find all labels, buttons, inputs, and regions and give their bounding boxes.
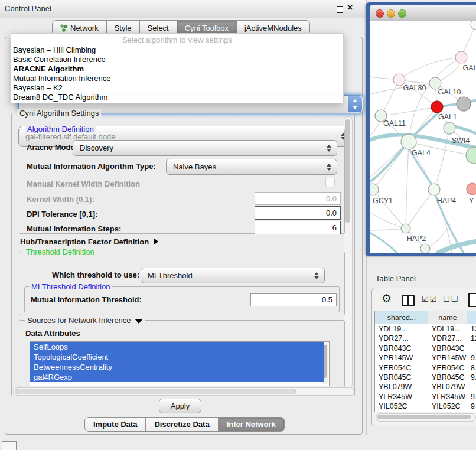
tab-impute-data[interactable]: Impute Data [84, 417, 146, 432]
tab-infer-network[interactable]: Infer Network [218, 417, 285, 432]
dpi-tolerance-field[interactable]: 0.0 [255, 206, 341, 220]
gear-icon[interactable]: ⚙ [382, 292, 392, 305]
table-cell[interactable]: 9. [467, 392, 476, 402]
table-cell[interactable]: YLR345W [375, 392, 428, 402]
algorithm-option-dream8-dc-tdc-algorithm[interactable]: Dream8 DC_TDC Algorithm [13, 93, 107, 102]
dpi-tolerance-label: DPI Tolerance [0,1]: [27, 210, 97, 219]
table-cell[interactable]: 8. [467, 363, 476, 373]
column-header-3[interactable] [467, 311, 476, 324]
settings-horizontal-scrollbar[interactable] [13, 387, 354, 396]
table-cell[interactable]: YBR045C [375, 373, 428, 383]
table-cell[interactable]: YDR27... [428, 334, 467, 344]
float-window-icon[interactable] [337, 6, 343, 13]
mi-type-value: Naive Bayes [173, 159, 216, 174]
network-canvas[interactable]: GALGAL80GAL10GAL1GAL11SWI4GAL4GCY1HAP4YH… [370, 21, 476, 253]
aracne-mode-combobox[interactable]: Discovery [73, 140, 337, 156]
algorithm-option-aracne-algorithm[interactable]: ARACNE Algorithm [13, 64, 84, 73]
table-cell[interactable]: 9. [467, 353, 476, 363]
window-close-icon[interactable] [376, 9, 384, 18]
table-cell[interactable]: 9 [467, 402, 476, 412]
table-cell[interactable]: 13 [467, 324, 476, 334]
table-cell[interactable] [467, 344, 476, 354]
attribute-item-selfloops[interactable]: SelfLoops [30, 342, 324, 352]
manual-kernel-checkbox[interactable] [325, 178, 335, 187]
algorithm-option-bayesian-hill-climbing[interactable]: Bayesian – Hill Climbing [13, 45, 96, 54]
settings-vertical-scrollbar[interactable] [344, 116, 353, 388]
settings-horizontal-scrollbar-thumb[interactable] [15, 389, 296, 394]
network-node[interactable] [420, 244, 430, 253]
table-cell[interactable] [467, 382, 476, 392]
mi-steps-field[interactable]: 6 [255, 221, 341, 234]
table-cell[interactable]: YBR045C [428, 373, 467, 383]
sources-title[interactable]: Sources for Network Inference [25, 316, 145, 325]
table-cell[interactable]: 9. [467, 373, 476, 383]
table-cell[interactable]: YDL19... [428, 324, 467, 334]
combobox-arrows-icon [327, 164, 331, 171]
network-node-y[interactable] [467, 183, 476, 195]
table-cell[interactable]: YDL19... [375, 324, 428, 334]
data-attributes-list[interactable]: SelfLoopsTopologicalCoefficientBetweenne… [30, 341, 330, 386]
table-cell[interactable]: 12 [467, 334, 476, 344]
algorithm-option-basic-correlation-inference[interactable]: Basic Correlation Inference [13, 55, 106, 64]
algorithm-option-bayesian-k2[interactable]: Bayesian – K2 [13, 83, 63, 92]
expand-arrow-icon[interactable] [154, 238, 158, 245]
network-node-swi4[interactable] [444, 122, 455, 134]
apply-button[interactable]: Apply [159, 399, 201, 413]
table-cell[interactable]: YER054C [428, 363, 467, 373]
table-cell[interactable]: YIL052C [428, 402, 467, 412]
network-window-titlebar[interactable] [370, 5, 476, 22]
mi-type-combobox[interactable]: Naive Bayes [166, 159, 337, 175]
deselect-all-checkboxes-icon[interactable]: ☐☐ [443, 295, 459, 304]
new-table-icon[interactable] [468, 293, 476, 307]
network-node-gal[interactable] [455, 51, 467, 63]
table-horizontal-scrollbar-thumb[interactable] [377, 415, 471, 419]
table-cell[interactable]: YDR27... [375, 334, 428, 344]
attribute-item-betweennesscentrality[interactable]: BetweennessCentrality [30, 362, 324, 372]
collapsed-panel-icon[interactable] [2, 441, 17, 450]
table-cell[interactable]: YLR345W [428, 392, 467, 402]
table-horizontal-scrollbar[interactable] [376, 413, 476, 422]
table-cell[interactable]: YER054C [375, 363, 428, 373]
control-panel-titlebar[interactable]: Control Panel × [0, 0, 366, 18]
columns-icon[interactable] [402, 295, 415, 306]
network-node[interactable] [471, 21, 476, 30]
tab-label: Style [115, 24, 132, 32]
settings-scrollbar-thumb[interactable] [345, 119, 350, 223]
network-node-gal4[interactable] [401, 134, 416, 149]
algorithm-popup-list: Select algorithm to view settings Bayesi… [11, 33, 344, 103]
attribute-item-gal4rgexp[interactable]: gal4RGexp [30, 372, 324, 382]
column-header-name[interactable]: name [428, 311, 468, 324]
attribute-item-topologicalcoefficient[interactable]: TopologicalCoefficient [30, 352, 324, 362]
table-cell[interactable]: YBL079W [375, 382, 428, 392]
tab-discretize-data[interactable]: Discretize Data [145, 417, 218, 432]
aracne-mode-value: Discovery [80, 141, 113, 155]
network-node-hap4[interactable] [428, 184, 440, 195]
hub-definition-label[interactable]: Hub/Transcription Factor Definition [20, 237, 158, 246]
table-cell[interactable]: YBR043C [428, 344, 467, 354]
table-cell[interactable]: YPR145W [428, 353, 467, 363]
collapse-arrow-icon[interactable] [135, 319, 143, 324]
table-cell[interactable]: YIL052C [375, 402, 428, 412]
close-icon[interactable]: × [347, 2, 353, 13]
table-cell[interactable]: YBR043C [375, 344, 428, 354]
network-node-gal1[interactable] [431, 101, 443, 113]
network-node-label: GAL10 [438, 88, 461, 96]
table-cell[interactable]: YBL079W [428, 382, 467, 392]
window-zoom-icon[interactable] [398, 9, 406, 18]
column-header-shared[interactable]: shared... [375, 311, 429, 324]
network-node[interactable] [457, 97, 471, 111]
mi-threshold-field[interactable]: 0.5 [250, 293, 337, 306]
table-cell[interactable]: YPR145W [375, 353, 428, 363]
kernel-width-field[interactable]: 0.0 [255, 192, 341, 205]
network-node-hap2[interactable] [401, 224, 410, 233]
select-all-checkboxes-icon[interactable]: ☑☑ [422, 295, 438, 304]
window-minimize-icon[interactable] [387, 9, 395, 18]
network-node-gcy1[interactable] [370, 184, 379, 195]
network-node[interactable] [466, 147, 476, 164]
node-table: shared...nameYDL19...YDL19...13YDR27...Y… [374, 311, 476, 412]
algorithm-option-mutual-information-inference[interactable]: Mutual Information Inference [13, 74, 110, 83]
network-node-gal10[interactable] [429, 77, 441, 89]
network-edge-highlighted [370, 233, 397, 253]
which-threshold-combobox[interactable]: MI Threshold [141, 268, 325, 283]
combobox-arrow-button[interactable] [348, 96, 362, 112]
